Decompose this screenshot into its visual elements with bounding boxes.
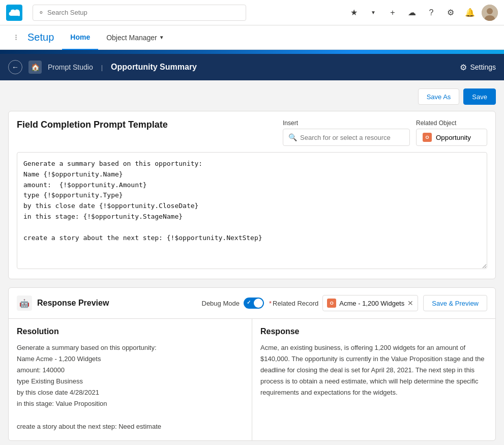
avatar[interactable] [482, 5, 498, 21]
field-completion-body: Field Completion Prompt Template Insert … [9, 111, 495, 279]
toggle-check-icon: ✓ [247, 300, 251, 305]
top-nav: ⚬ ★ ▼ + ☁ ? ⚙ 🔔 [0, 0, 504, 25]
setup-nav: ⁝ Setup Home Object Manager ▼ [0, 25, 504, 50]
cloud-icon[interactable]: ☁ [404, 5, 420, 20]
main-content: Save As Save Field Completion Prompt Tem… [0, 80, 504, 445]
insert-group: Insert 🔍 [283, 120, 410, 146]
grid-icon[interactable]: ⁝ [8, 30, 23, 45]
breadcrumb-divider: | [101, 64, 103, 71]
tab-object-manager[interactable]: Object Manager ▼ [98, 25, 172, 50]
save-and-preview-button[interactable]: Save & Preview [423, 295, 487, 311]
search-bar[interactable]: ⚬ [33, 5, 246, 21]
bell-icon[interactable]: 🔔 [462, 5, 478, 20]
save-as-button[interactable]: Save As [418, 88, 460, 105]
related-object-button[interactable]: O Opportunity [416, 129, 487, 146]
resolution-title: Resolution [17, 327, 244, 336]
svg-point-1 [487, 8, 493, 14]
related-object-label: Related Object [416, 120, 487, 127]
related-object-group: Related Object O Opportunity [416, 120, 487, 146]
search-icon: ⚬ [38, 9, 44, 17]
related-record-text: Acme - 1,200 Widgets [339, 300, 404, 307]
insert-search-input[interactable] [300, 134, 404, 141]
breadcrumb-current: Opportunity Summary [111, 63, 197, 72]
related-record-group: *Related Record O Acme - 1,200 Widgets ✕ [269, 295, 418, 311]
response-content: Acme, an existing business, is offering … [260, 342, 487, 398]
back-button[interactable]: ← [8, 60, 22, 74]
debug-mode-toggle[interactable]: ✓ [244, 298, 264, 309]
settings-button[interactable]: ⚙ Settings [460, 63, 496, 72]
help-icon[interactable]: ? [424, 5, 439, 20]
breadcrumb-prompt-studio[interactable]: Prompt Studio [48, 63, 93, 71]
object-manager-chevron-icon: ▼ [159, 35, 164, 40]
related-record-label: *Related Record [269, 300, 318, 307]
resolution-response-columns: Resolution Generate a summary based on t… [9, 319, 495, 440]
related-object-value: Opportunity [436, 134, 471, 141]
accent-strip [0, 50, 504, 54]
response-preview-icon: 🤖 [17, 295, 32, 311]
response-preview-title: Response Preview [37, 299, 109, 308]
add-icon[interactable]: + [385, 5, 400, 20]
tab-home[interactable]: Home [62, 25, 98, 50]
prompt-studio-icon: 🏠 [28, 61, 42, 74]
response-preview-card: 🤖 Response Preview Debug Mode ✓ *Related… [8, 287, 496, 441]
response-preview-header: 🤖 Response Preview Debug Mode ✓ *Related… [9, 288, 495, 319]
breadcrumb-left: ← 🏠 Prompt Studio | Opportunity Summary [8, 60, 197, 74]
salesforce-logo [6, 5, 22, 21]
favorites-chevron-icon[interactable]: ▼ [366, 5, 381, 20]
debug-mode-group: Debug Mode ✓ [202, 298, 264, 309]
field-completion-card: Field Completion Prompt Template Insert … [8, 111, 496, 279]
insert-related-group: Insert 🔍 Related Object O Opportunity [283, 120, 487, 146]
insert-search[interactable]: 🔍 [283, 129, 410, 146]
action-bar: Save As Save [8, 88, 496, 105]
setup-title: Setup [27, 32, 54, 43]
clear-related-record-button[interactable]: ✕ [407, 299, 413, 307]
insert-label: Insert [283, 120, 410, 127]
save-button[interactable]: Save [463, 88, 496, 105]
settings-gear-icon: ⚙ [460, 63, 467, 72]
gear-icon[interactable]: ⚙ [443, 5, 458, 20]
resolution-content: Generate a summary based on this opportu… [17, 342, 244, 432]
resolution-column: Resolution Generate a summary based on t… [9, 319, 252, 440]
opportunity-icon: O [423, 133, 432, 142]
debug-mode-label: Debug Mode [202, 300, 240, 307]
response-title: Response [260, 327, 487, 336]
field-completion-title: Field Completion Prompt Template [17, 120, 168, 130]
template-textarea[interactable] [17, 152, 487, 269]
search-input[interactable] [47, 9, 241, 16]
insert-search-icon: 🔍 [288, 133, 297, 141]
required-star: * [269, 300, 272, 307]
field-completion-header: Field Completion Prompt Template Insert … [17, 120, 487, 146]
related-record-value: O Acme - 1,200 Widgets ✕ [322, 295, 418, 311]
breadcrumb-nav: ← 🏠 Prompt Studio | Opportunity Summary … [0, 54, 504, 80]
response-column: Response Acme, an existing business, is … [252, 319, 495, 440]
acme-icon: O [327, 299, 336, 308]
nav-icons: ★ ▼ + ☁ ? ⚙ 🔔 [346, 5, 498, 21]
favorites-icon[interactable]: ★ [346, 5, 362, 20]
